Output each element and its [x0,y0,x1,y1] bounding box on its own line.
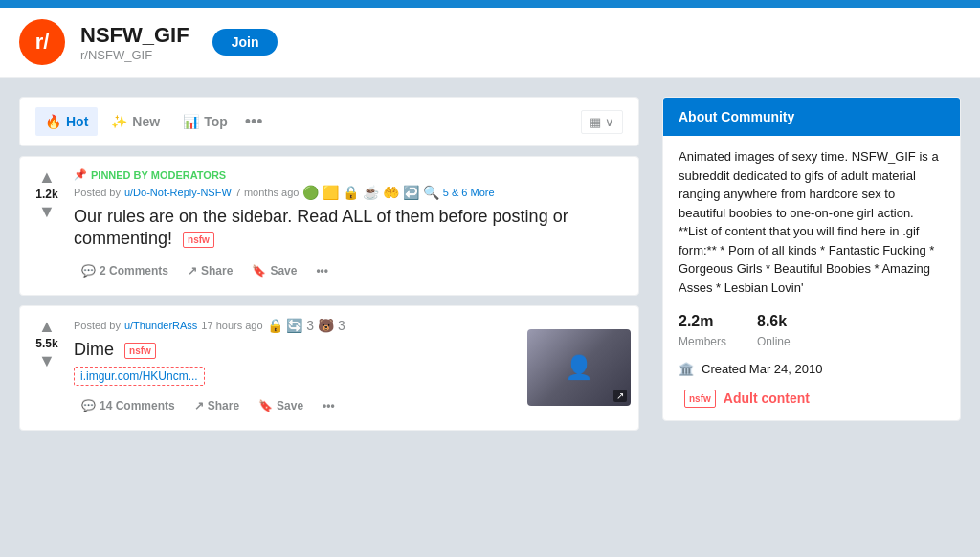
subreddit-info: NSFW_GIF r/NSFW_GIF [80,23,189,62]
save-icon-2: 🔖 [258,399,273,412]
join-button[interactable]: Join [212,29,278,56]
feed: 🔥 Hot ✨ New 📊 Top ••• ▦ ∨ ▲ 1.2k ▼ [19,97,639,440]
save-button-2[interactable]: 🔖 Save [251,393,311,418]
author-link-2[interactable]: u/ThunderRAss [124,320,197,331]
badge-row-1: 🟢 🟨 🔒 ☕ 🤲 ↩️ 🔍 [302,185,438,200]
post-card-2: ▲ 5.5k ▼ Posted by u/ThunderRAss 17 hour… [19,305,639,431]
about-header: About Community [663,98,960,136]
comment-icon-1: 💬 [81,264,96,278]
comments-button-2[interactable]: 💬 14 Comments [74,393,183,418]
reddit-logo: r/ [19,19,65,65]
post-meta-2: Posted by u/ThunderRAss 17 hours ago 🔒 🔄… [74,318,520,333]
upvote-button-1[interactable]: ▲ [38,168,56,186]
share-icon-1: ↗ [188,264,197,278]
layout-toggle[interactable]: ▦ ∨ [581,110,623,134]
upvote-button-2[interactable]: ▲ [38,318,56,335]
post-body-2: Posted by u/ThunderRAss 17 hours ago 🔒 🔄… [66,314,527,422]
author-link-1[interactable]: u/Do-Not-Reply-NSFW [124,187,232,198]
sort-new-button[interactable]: ✨ New [101,107,169,136]
calendar-icon: 🏛️ [679,360,694,379]
save-icon-1: 🔖 [252,264,266,278]
members-stat: 2.2m Members [679,310,726,350]
post-actions-2: 💬 14 Comments ↗ Share 🔖 Save ••• [74,393,520,418]
vote-count-2: 5.5k [35,337,57,350]
members-label: Members [679,333,726,350]
main-content: 🔥 Hot ✨ New 📊 Top ••• ▦ ∨ ▲ 1.2k ▼ [0,78,980,459]
share-icon-2: ↗ [194,399,204,412]
new-icon: ✨ [111,114,127,129]
post-body-1: 📌 PINNED BY MODERATORS Posted by u/Do-No… [66,165,631,287]
members-count: 2.2m [679,310,726,333]
online-count: 8.6k [757,310,791,333]
share-button-2[interactable]: ↗ Share [187,393,247,418]
share-button-1[interactable]: ↗ Share [180,258,240,283]
downvote-button-1[interactable]: ▼ [38,203,56,220]
about-body: Animated images of sexy time. NSFW_GIF i… [663,136,960,420]
online-label: Online [757,333,791,350]
thumbnail-placeholder: 👤 [565,354,593,381]
online-stat: 8.6k Online [757,310,791,350]
adult-content-text: Adult content [724,389,810,409]
save-button-1[interactable]: 🔖 Save [244,258,304,283]
created-label: Created Mar 24, 2010 [702,360,822,379]
more-button-1[interactable]: ••• [308,258,336,283]
subreddit-path: r/NSFW_GIF [80,48,189,62]
pin-icon: 📌 [74,168,87,181]
more-button-2[interactable]: ••• [315,393,343,418]
vote-col-1: ▲ 1.2k ▼ [28,165,66,287]
vote-count-1: 1.2k [35,188,57,201]
post-title-1: Our rules are on the sidebar. Read ALL o… [74,206,623,251]
sort-top-button[interactable]: 📊 Top [173,107,237,136]
sort-hot-button[interactable]: 🔥 Hot [35,107,98,136]
hot-icon: 🔥 [45,114,61,129]
about-description: Animated images of sexy time. NSFW_GIF i… [679,147,945,297]
adult-row: nsfw Adult content [679,389,945,409]
top-bar [0,0,980,8]
layout-icon: ▦ [590,115,601,129]
sort-bar: 🔥 Hot ✨ New 📊 Top ••• ▦ ∨ [19,97,639,146]
comments-button-1[interactable]: 💬 2 Comments [74,258,176,283]
more-badges-link[interactable]: 5 & 6 More [443,187,495,198]
about-community: About Community Animated images of sexy … [662,97,961,421]
sidebar-nsfw-tag: nsfw [684,390,716,408]
post-card-1: ▲ 1.2k ▼ 📌 PINNED BY MODERATORS Posted b… [19,156,639,296]
post-actions-1: 💬 2 Comments ↗ Share 🔖 Save ••• [74,258,623,283]
downvote-button-2[interactable]: ▼ [38,352,56,369]
stats-row: 2.2m Members 8.6k Online [679,310,945,350]
badge-row-2: 🔒 🔄 3 🐻 3 [267,318,345,333]
subreddit-name: NSFW_GIF [80,23,189,48]
top-icon: 📊 [183,114,199,129]
comment-icon-2: 💬 [81,399,96,412]
pinned-banner: 📌 PINNED BY MODERATORS [74,168,623,181]
sort-more-button[interactable]: ••• [245,112,263,132]
nsfw-tag-2: nsfw [124,343,156,359]
post-thumbnail-2[interactable]: 👤 ↗ [527,329,631,406]
created-row: 🏛️ Created Mar 24, 2010 [679,360,945,379]
post-link-2[interactable]: i.imgur.com/HKUncm... [74,367,205,386]
header: r/ NSFW_GIF r/NSFW_GIF Join [0,8,980,78]
external-link-icon: ↗ [613,390,627,402]
sidebar: About Community Animated images of sexy … [662,97,961,440]
post-meta-1: Posted by u/Do-Not-Reply-NSFW 7 months a… [74,185,623,200]
post-title-2: Dime nsfw [74,339,520,361]
vote-col-2: ▲ 5.5k ▼ [28,314,66,422]
nsfw-tag-1: nsfw [183,232,214,248]
